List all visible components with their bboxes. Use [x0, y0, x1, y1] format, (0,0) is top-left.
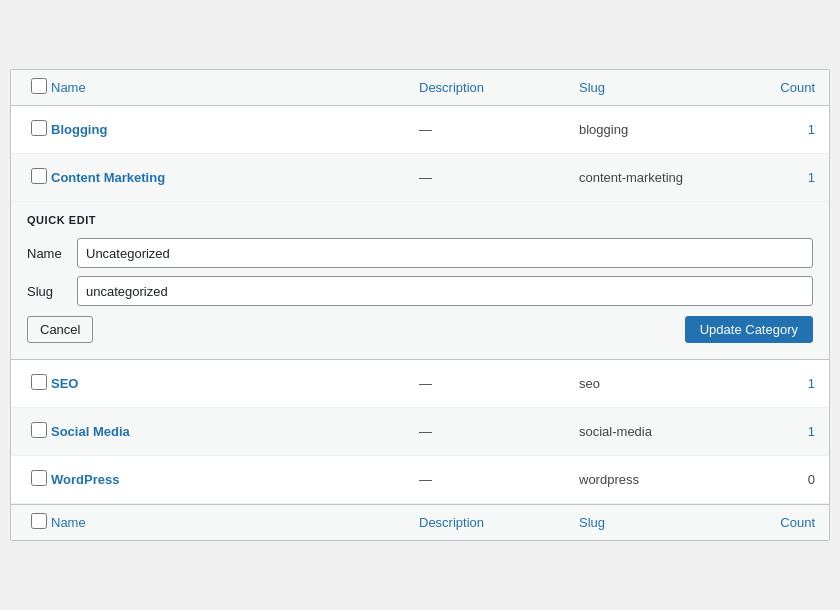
- slug-wordpress: wordpress: [579, 472, 639, 487]
- table-row: Blogging — blogging 1: [11, 106, 829, 154]
- footer-name[interactable]: Name: [47, 515, 409, 530]
- row-name-link-wordpress[interactable]: WordPress: [51, 472, 119, 487]
- table-header-row: Name Description Slug Count: [11, 70, 829, 106]
- description-blogging: —: [419, 122, 432, 137]
- header-name[interactable]: Name: [47, 80, 409, 95]
- table-row: SEO — seo 1: [11, 360, 829, 408]
- header-description[interactable]: Description: [409, 80, 569, 95]
- footer-select-all-checkbox[interactable]: [31, 513, 47, 529]
- update-category-button[interactable]: Update Category: [685, 316, 813, 343]
- quick-edit-panel: QUICK EDIT Name Slug Cancel Update Categ…: [11, 202, 829, 360]
- row-name-link-seo[interactable]: SEO: [51, 376, 78, 391]
- count-seo[interactable]: 1: [808, 376, 815, 391]
- count-blogging[interactable]: 1: [808, 122, 815, 137]
- quick-edit-slug-label: Slug: [27, 284, 77, 299]
- slug-seo: seo: [579, 376, 600, 391]
- row-name-link-content-marketing[interactable]: Content Marketing: [51, 170, 165, 185]
- count-content-marketing[interactable]: 1: [808, 170, 815, 185]
- description-wordpress: —: [419, 472, 432, 487]
- quick-edit-actions: Cancel Update Category: [27, 316, 813, 343]
- table-row: WordPress — wordpress 0: [11, 456, 829, 504]
- slug-blogging: blogging: [579, 122, 628, 137]
- cancel-button[interactable]: Cancel: [27, 316, 93, 343]
- description-seo: —: [419, 376, 432, 391]
- header-checkbox-cell: [11, 78, 47, 97]
- slug-content-marketing: content-marketing: [579, 170, 683, 185]
- header-count[interactable]: Count: [769, 80, 829, 95]
- header-slug[interactable]: Slug: [569, 80, 769, 95]
- row-checkbox-seo[interactable]: [31, 374, 47, 390]
- footer-description[interactable]: Description: [409, 515, 569, 530]
- row-checkbox-social-media[interactable]: [31, 422, 47, 438]
- table-row: Content Marketing — content-marketing 1: [11, 154, 829, 202]
- table-row: Social Media — social-media 1: [11, 408, 829, 456]
- quick-edit-name-row: Name: [27, 238, 813, 268]
- quick-edit-name-input[interactable]: [77, 238, 813, 268]
- description-content-marketing: —: [419, 170, 432, 185]
- row-name-link-blogging[interactable]: Blogging: [51, 122, 107, 137]
- footer-count[interactable]: Count: [769, 515, 829, 530]
- row-checkbox-wordpress[interactable]: [31, 470, 47, 486]
- quick-edit-title: QUICK EDIT: [27, 214, 813, 226]
- quick-edit-slug-row: Slug: [27, 276, 813, 306]
- quick-edit-name-label: Name: [27, 246, 77, 261]
- row-name-link-social-media[interactable]: Social Media: [51, 424, 130, 439]
- count-social-media[interactable]: 1: [808, 424, 815, 439]
- select-all-checkbox[interactable]: [31, 78, 47, 94]
- description-social-media: —: [419, 424, 432, 439]
- row-checkbox-content-marketing[interactable]: [31, 168, 47, 184]
- categories-table: Name Description Slug Count Blogging — b…: [10, 69, 830, 541]
- row-checkbox-blogging[interactable]: [31, 120, 47, 136]
- count-wordpress: 0: [808, 472, 815, 487]
- quick-edit-slug-input[interactable]: [77, 276, 813, 306]
- footer-slug[interactable]: Slug: [569, 515, 769, 530]
- slug-social-media: social-media: [579, 424, 652, 439]
- table-footer-row: Name Description Slug Count: [11, 504, 829, 540]
